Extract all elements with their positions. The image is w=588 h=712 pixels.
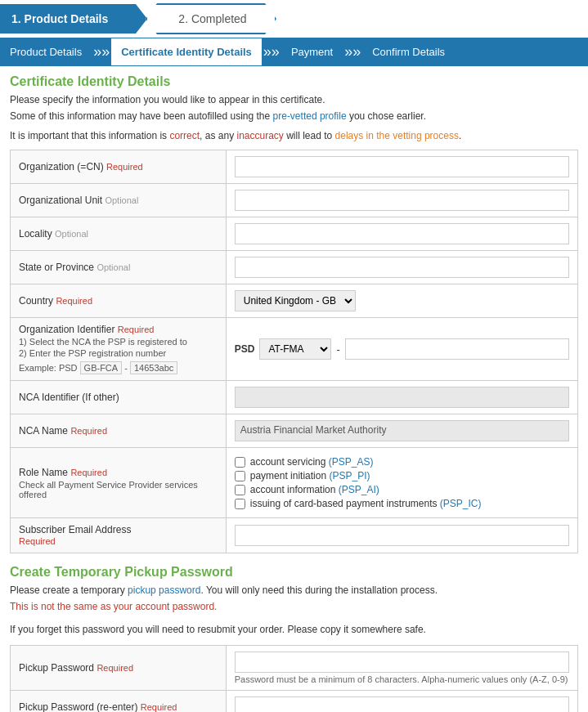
org-row: Organization (=CN) Required xyxy=(11,150,578,184)
role-name-label: Role Name xyxy=(19,467,68,478)
pickup-password-input-cell: Password must be a minimum of 8 characte… xyxy=(226,646,577,691)
role-name-required: Required xyxy=(70,468,107,477)
pickup-password-label-cell: Pickup Password Required xyxy=(11,646,227,691)
role-psp-as-label: account servicing (PSP_AS) xyxy=(250,456,374,468)
pickup-password-input[interactable] xyxy=(235,652,569,673)
org-input[interactable] xyxy=(235,156,569,177)
nav-chevron-2: »» xyxy=(262,43,281,60)
role-name-input-cell: account servicing (PSP_AS) payment initi… xyxy=(226,448,577,518)
role-psp-ai-label: account information (PSP_AI) xyxy=(250,484,379,495)
role-psp-ai-row: account information (PSP_AI) xyxy=(235,484,569,495)
pickup-reenter-label: Pickup Password (re-enter) xyxy=(19,701,137,712)
nca-id-label: NCA Identifier (If other) xyxy=(19,392,119,403)
nav-payment[interactable]: Payment xyxy=(281,38,343,65)
pickup-reenter-row: Pickup Password (re-enter) Required xyxy=(11,691,578,713)
step-1[interactable]: 1. Product Details xyxy=(0,4,147,34)
cert-section: Certificate Identity Details Please spec… xyxy=(10,74,578,141)
pre-vetted-link[interactable]: pre-vetted profile xyxy=(273,110,347,122)
nav-chevron-1: »» xyxy=(92,43,111,60)
org-id-sub1: 1) Select the NCA the PSP is registered … xyxy=(19,337,218,347)
org-unit-input-cell xyxy=(226,184,577,217)
org-id-example: Example: PSD GB-FCA - 14653abc xyxy=(19,361,218,374)
psd-label: PSD xyxy=(235,343,255,355)
org-label: Organization (=CN) xyxy=(19,161,104,172)
org-unit-optional: Optional xyxy=(105,195,138,205)
state-label-cell: State or Province Optional xyxy=(11,251,227,284)
email-label: Subscriber Email Address xyxy=(19,524,131,535)
cert-desc-important: It is important that this information is… xyxy=(10,130,578,141)
locality-label-cell: Locality Optional xyxy=(11,217,227,251)
pickup-reenter-input[interactable] xyxy=(235,696,569,712)
nca-name-label: NCA Name xyxy=(19,425,68,437)
pickup-password-row: Pickup Password Required Password must b… xyxy=(11,646,578,691)
pickup-reenter-required: Required xyxy=(141,702,177,712)
role-psp-pi-row: payment initiation (PSP_PI) xyxy=(235,470,569,481)
org-unit-row: Organizational Unit Optional xyxy=(11,184,578,217)
nca-name-input-cell: Austria Financial Market Authority xyxy=(226,414,577,448)
nca-id-input-cell xyxy=(226,381,577,414)
org-input-cell xyxy=(226,150,577,184)
step-1-label: 1. Product Details xyxy=(11,12,108,25)
locality-input[interactable] xyxy=(235,223,569,244)
country-label-cell: Country Required xyxy=(11,284,227,318)
role-psp-ic-checkbox[interactable] xyxy=(235,499,245,509)
country-input-cell: United Kingdom - GB Austria - AT Germany… xyxy=(226,284,577,318)
org-id-row: Organization Identifier Required 1) Sele… xyxy=(11,318,578,381)
nca-name-row: NCA Name Required Austria Financial Mark… xyxy=(11,414,578,448)
password-section-title: Create Temporary Pickup Password xyxy=(10,565,578,580)
state-label: State or Province xyxy=(19,262,94,273)
nav-confirm[interactable]: Confirm Details xyxy=(362,38,455,65)
locality-label: Locality xyxy=(19,228,52,240)
psd-row: PSD AT-FMA GB-FCA DE-BaFin FR-ACPR - xyxy=(235,338,569,360)
state-input-cell xyxy=(226,251,577,284)
locality-optional: Optional xyxy=(55,229,88,239)
org-unit-input[interactable] xyxy=(235,190,569,211)
role-psp-ai-checkbox[interactable] xyxy=(235,485,245,495)
org-unit-label: Organizational Unit xyxy=(19,195,102,206)
country-required: Required xyxy=(56,296,92,306)
step-2[interactable]: 2. Completed xyxy=(146,3,276,34)
password-form-table: Pickup Password Required Password must b… xyxy=(10,645,578,712)
email-input[interactable] xyxy=(235,525,569,546)
nav-cert-identity[interactable]: Certificate Identity Details xyxy=(111,38,262,66)
main-content: Certificate Identity Details Please spec… xyxy=(0,66,588,712)
country-row: Country Required United Kingdom - GB Aus… xyxy=(11,284,578,318)
nca-name-required: Required xyxy=(70,426,107,436)
role-name-sub: Check all Payment Service Provider servi… xyxy=(19,480,218,499)
locality-input-cell xyxy=(226,217,577,251)
nca-id-field xyxy=(235,387,569,408)
nav-product-details[interactable]: Product Details xyxy=(0,38,92,65)
org-id-label: Organization Identifier xyxy=(19,324,114,335)
role-psp-as-row: account servicing (PSP_AS) xyxy=(235,456,569,468)
psd-select[interactable]: AT-FMA GB-FCA DE-BaFin FR-ACPR xyxy=(259,338,331,360)
password-desc-3: If you forget this password you will nee… xyxy=(10,622,578,637)
pickup-password-hint: Password must be a minimum of 8 characte… xyxy=(235,674,569,684)
nca-name-value: Austria Financial Market Authority xyxy=(235,420,569,441)
password-desc-2: This is not the same as your account pas… xyxy=(10,599,578,614)
email-label-cell: Subscriber Email Address Required xyxy=(11,518,227,553)
role-psp-pi-checkbox[interactable] xyxy=(235,471,245,481)
org-id-label-cell: Organization Identifier Required 1) Sele… xyxy=(11,318,227,381)
email-row: Subscriber Email Address Required xyxy=(11,518,578,553)
nav-breadcrumb: Product Details »» Certificate Identity … xyxy=(0,38,588,66)
cert-section-title: Certificate Identity Details xyxy=(10,74,578,89)
cert-form-table: Organization (=CN) Required Organization… xyxy=(10,150,578,553)
nav-chevron-3: »» xyxy=(343,43,362,60)
nca-name-label-cell: NCA Name Required xyxy=(11,414,227,448)
pickup-reenter-input-cell xyxy=(226,691,577,713)
psd-number-input[interactable] xyxy=(345,338,569,360)
org-id-sub2: 2) Enter the PSP registration number xyxy=(19,348,218,358)
nca-id-row: NCA Identifier (If other) xyxy=(11,381,578,414)
state-input[interactable] xyxy=(235,257,569,278)
role-name-label-cell: Role Name Required Check all Payment Ser… xyxy=(11,448,227,518)
state-optional: Optional xyxy=(97,262,130,272)
role-psp-ic-row: issuing of card-based payment instrument… xyxy=(235,498,569,509)
org-unit-label-cell: Organizational Unit Optional xyxy=(11,184,227,217)
role-psp-as-checkbox[interactable] xyxy=(235,457,245,468)
role-psp-pi-label: payment initiation (PSP_PI) xyxy=(250,470,370,481)
email-required: Required xyxy=(19,536,56,546)
country-select[interactable]: United Kingdom - GB Austria - AT Germany… xyxy=(235,290,356,311)
org-id-required: Required xyxy=(118,325,155,334)
email-input-cell xyxy=(226,518,577,553)
password-section: Create Temporary Pickup Password Please … xyxy=(10,565,578,637)
